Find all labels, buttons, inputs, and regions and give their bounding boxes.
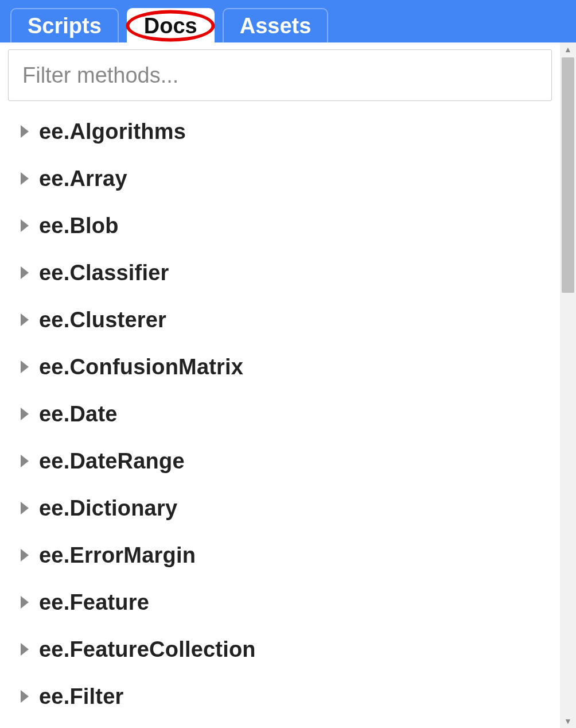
tree-item-label: ee.Algorithms <box>39 119 186 144</box>
tree-item[interactable]: ee.FeatureCollection <box>21 626 560 673</box>
tree-item-label: ee.Array <box>39 166 127 191</box>
chevron-right-icon <box>21 125 29 138</box>
tree-item[interactable]: ee.Algorithms <box>21 108 560 155</box>
tree-item[interactable]: ee.Dictionary <box>21 485 560 532</box>
tab-strip: Scripts Docs Assets <box>0 0 576 42</box>
tree-item-label: ee.FeatureCollection <box>39 637 256 662</box>
api-tree: ee.Algorithms ee.Array ee.Blob ee.Classi… <box>0 104 560 728</box>
tab-docs[interactable]: Docs <box>127 8 215 42</box>
scrollbar-arrow-up-icon[interactable]: ▲ <box>560 42 576 56</box>
vertical-scrollbar[interactable]: ▲ ▼ <box>560 42 576 728</box>
tab-assets[interactable]: Assets <box>223 8 329 42</box>
tree-item[interactable]: ee.Filter <box>21 673 560 720</box>
chevron-right-icon <box>21 690 29 703</box>
tree-item[interactable]: ee.ConfusionMatrix <box>21 343 560 390</box>
tab-label: Assets <box>240 14 312 38</box>
tree-item[interactable]: ee.Feature <box>21 579 560 626</box>
tree-item-label: ee.Date <box>39 402 118 427</box>
chevron-right-icon <box>21 361 29 373</box>
tree-item-label: ee.Dictionary <box>39 496 177 521</box>
tree-item[interactable]: ee.Array <box>21 155 560 202</box>
tree-item-label: ee.ConfusionMatrix <box>39 355 243 380</box>
tree-item-label: ee.Blob <box>39 214 119 238</box>
docs-pane: ee.Algorithms ee.Array ee.Blob ee.Classi… <box>0 42 560 728</box>
chevron-right-icon <box>21 172 29 185</box>
tree-item[interactable]: ee.Clusterer <box>21 296 560 343</box>
chevron-right-icon <box>21 596 29 609</box>
tree-item-label: ee.ErrorMargin <box>39 543 196 568</box>
scrollbar-arrow-down-icon[interactable]: ▼ <box>560 714 576 728</box>
tree-item-label: ee.Classifier <box>39 261 169 285</box>
tab-label: Scripts <box>28 14 102 38</box>
chevron-right-icon <box>21 313 29 326</box>
chevron-right-icon <box>21 643 29 656</box>
chevron-right-icon <box>21 266 29 279</box>
tree-item-label: ee.Filter <box>39 684 124 709</box>
tree-item[interactable]: ee.ErrorMargin <box>21 532 560 579</box>
scrollbar-thumb[interactable] <box>562 57 574 293</box>
tree-item[interactable]: ee.Date <box>21 390 560 437</box>
tree-item-label: ee.DateRange <box>39 449 185 474</box>
tree-item-label: ee.Clusterer <box>39 308 166 332</box>
filter-wrap <box>0 42 560 104</box>
chevron-right-icon <box>21 408 29 420</box>
tree-item-label: ee.Feature <box>39 590 149 615</box>
docs-pane-wrap: ee.Algorithms ee.Array ee.Blob ee.Classi… <box>0 42 576 728</box>
tree-item[interactable]: ee.Classifier <box>21 249 560 296</box>
tree-item[interactable]: ee.DateRange <box>21 437 560 485</box>
tab-scripts[interactable]: Scripts <box>10 8 119 42</box>
tree-item[interactable]: ee.Blob <box>21 202 560 249</box>
chevron-right-icon <box>21 455 29 467</box>
chevron-right-icon <box>21 502 29 514</box>
filter-input[interactable] <box>8 49 552 101</box>
tab-label: Docs <box>144 14 197 38</box>
chevron-right-icon <box>21 549 29 562</box>
chevron-right-icon <box>21 219 29 232</box>
